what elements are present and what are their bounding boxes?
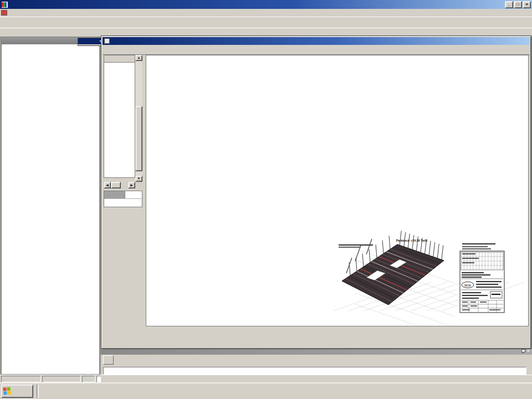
property-name-label <box>104 191 125 198</box>
scroll-down-icon[interactable]: ▼ <box>135 176 142 182</box>
close-icon[interactable]: × <box>523 1 531 8</box>
pin-icon[interactable] <box>521 349 525 354</box>
scia-logo: SCIA <box>464 284 471 287</box>
gallery-statusbar <box>104 328 529 335</box>
gallery-buttons <box>104 335 529 346</box>
windows-flag-icon <box>3 387 11 395</box>
minimize-icon[interactable]: _ <box>505 1 513 8</box>
scroll-right-icon[interactable]: ▶ <box>128 182 135 188</box>
scroll-thumb[interactable] <box>135 106 142 171</box>
deck-view-title: Parkdeck +24,36 Teil2 <box>396 239 428 242</box>
befehlszeile-panel: × <box>101 348 532 375</box>
status-plane-toggle[interactable] <box>96 376 101 382</box>
menu-tree <box>2 45 99 374</box>
menu-bar <box>0 9 532 17</box>
title-block: SCIA <box>460 243 504 313</box>
gallery-window-icon <box>104 38 110 44</box>
command-input[interactable] <box>103 367 526 375</box>
ansicht-palette: ▾ <box>78 38 104 46</box>
ansicht-palette-titlebar[interactable]: ▾ <box>78 38 104 44</box>
toolbar-standard <box>0 17 532 28</box>
status-state <box>102 376 105 382</box>
scia-engineer-window: _ □ × ▾ × ▾ <box>0 0 532 399</box>
plot-preview-pane[interactable]: Parkdeck +24,36 Teil2SCIA <box>146 55 529 326</box>
status-cell-2 <box>42 376 81 382</box>
window-titlebar: _ □ × <box>0 0 532 9</box>
mdi-child-icon <box>1 10 7 16</box>
plot-list-vscrollbar[interactable]: ▲ ▼ <box>135 55 142 182</box>
befehlszeile-toolbar <box>101 355 532 365</box>
zeichnungsgalerie-window: ▲ ▼ ◀ ▶ Parkdeck +24,36 Teil2SCIA <box>101 35 531 349</box>
plot-property-grid <box>104 191 142 207</box>
status-unit <box>82 376 95 382</box>
menubaum-panel: ▾ × <box>1 37 100 375</box>
taskbar <box>0 382 532 399</box>
panel-close-icon[interactable]: × <box>527 349 530 354</box>
plot-list-hscrollbar[interactable]: ◀ ▶ <box>104 182 135 188</box>
gallery-titlebar[interactable] <box>103 37 530 45</box>
property-name-value[interactable] <box>125 191 142 198</box>
status-bar <box>0 375 532 382</box>
start-button[interactable] <box>1 385 33 398</box>
scroll-left-icon[interactable]: ◀ <box>104 182 111 188</box>
gallery-toolbar <box>103 45 530 55</box>
status-cell-1 <box>1 376 41 382</box>
plot-list-header[interactable] <box>104 55 135 63</box>
hscroll-thumb[interactable] <box>111 182 121 188</box>
plot-list <box>104 55 135 178</box>
maximize-icon[interactable]: □ <box>514 1 522 8</box>
app-icon <box>2 2 8 8</box>
drawing-canvas[interactable]: Parkdeck +24,36 Teil2SCIA <box>147 56 528 325</box>
scroll-up-icon[interactable]: ▲ <box>135 55 142 61</box>
